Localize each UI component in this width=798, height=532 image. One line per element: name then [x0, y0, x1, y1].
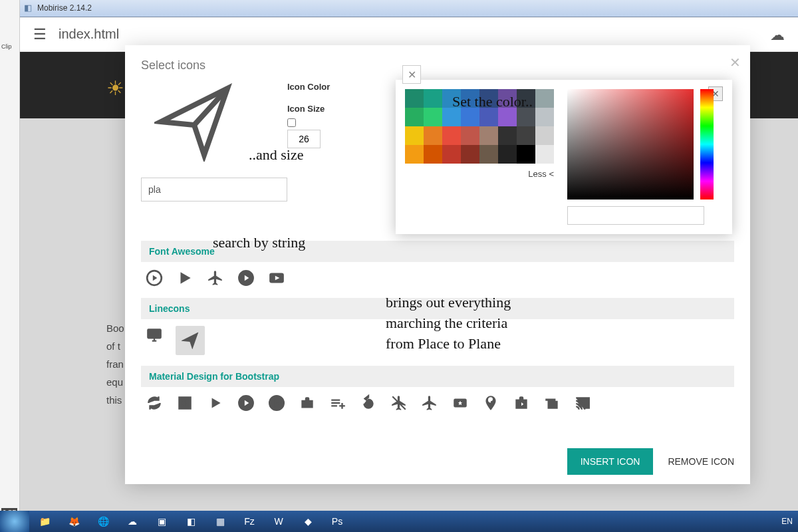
task-word-icon[interactable]: W: [265, 512, 293, 531]
taskbar-lang[interactable]: EN: [781, 517, 793, 526]
place-icon[interactable]: [481, 394, 500, 412]
shop-icon[interactable]: [512, 394, 531, 412]
display-icon[interactable]: [145, 326, 164, 344]
task-firefox-icon[interactable]: 🦊: [60, 512, 88, 531]
color-gradient[interactable]: [567, 89, 694, 200]
windows-taskbar[interactable]: 📁 🦊 🌐 ☁ ▣ ◧ ▦ Fz W ◆ Ps EN: [0, 511, 798, 532]
airplanemode-on-icon[interactable]: [420, 394, 439, 412]
swatch[interactable]: [424, 89, 442, 108]
search-input[interactable]: [141, 178, 287, 201]
task-app2-icon[interactable]: ▦: [206, 512, 234, 531]
swatch[interactable]: [424, 126, 442, 145]
shop-two-icon[interactable]: [543, 394, 561, 412]
icon-color-label: Icon Color: [287, 82, 330, 92]
clipboard-label: Clip: [1, 43, 12, 50]
swatch[interactable]: [517, 108, 535, 126]
set-mdb[interactable]: Material Design for Bootstrap: [141, 366, 734, 387]
icon-preview: [141, 82, 247, 162]
swatch[interactable]: [498, 126, 517, 145]
swatch[interactable]: [535, 145, 554, 164]
swatch[interactable]: [479, 126, 498, 145]
swatch[interactable]: [517, 145, 535, 164]
annotation-search: search by string: [213, 234, 305, 251]
swatch[interactable]: [424, 145, 442, 164]
swatch[interactable]: [442, 126, 461, 145]
playlist-add-icon[interactable]: [329, 394, 347, 412]
color-picker-popup: ✕ Less < ✕: [396, 80, 732, 234]
swatch[interactable]: [405, 145, 424, 164]
replay-icon[interactable]: [359, 394, 378, 412]
modal-title: Select icons: [141, 59, 734, 72]
annotation-and-size: ..and size: [249, 146, 303, 164]
sun-icon: ☀: [106, 76, 124, 100]
youtube-play-icon[interactable]: [267, 269, 286, 287]
cloud-upload-icon[interactable]: ☁: [770, 27, 785, 44]
svg-rect-3: [148, 329, 161, 338]
swatch[interactable]: [535, 108, 554, 126]
swatch[interactable]: [424, 108, 442, 126]
swatch[interactable]: [479, 108, 498, 126]
swatch[interactable]: [461, 108, 479, 126]
paperplane-icon[interactable]: [176, 326, 205, 355]
task-mobirise-icon[interactable]: ◧: [177, 512, 205, 531]
play-circle-filled-icon[interactable]: [237, 394, 255, 412]
close-icon[interactable]: ✕: [730, 55, 741, 70]
svg-point-5: [183, 401, 188, 406]
swatch[interactable]: [405, 89, 424, 108]
plane-icon[interactable]: [206, 269, 225, 287]
swatch[interactable]: [517, 126, 535, 145]
cast-icon[interactable]: [573, 394, 592, 412]
hamburger-icon[interactable]: ☰: [33, 26, 47, 43]
swatch[interactable]: [535, 89, 554, 108]
start-button[interactable]: [0, 511, 29, 532]
refresh-icon[interactable]: [145, 394, 164, 412]
brightness-icon[interactable]: [176, 394, 194, 412]
play-icon[interactable]: [176, 269, 194, 287]
play-circle-o-icon[interactable]: [145, 269, 164, 287]
size-input[interactable]: [287, 130, 321, 148]
insert-icon-button[interactable]: INSERT ICON: [567, 448, 654, 475]
swatch[interactable]: [461, 145, 479, 164]
annotation-criteria: brings out everything marching the crite…: [386, 293, 511, 354]
swatch[interactable]: [479, 145, 498, 164]
swatch[interactable]: [498, 145, 517, 164]
airplanemode-off-icon[interactable]: [390, 394, 408, 412]
swatch[interactable]: [535, 126, 554, 145]
window-title: Mobirise 2.14.2: [37, 3, 92, 13]
task-filezilla-icon[interactable]: Fz: [235, 512, 263, 531]
swatch[interactable]: [461, 126, 479, 145]
less-toggle[interactable]: Less <: [405, 169, 554, 179]
hex-input[interactable]: [567, 206, 704, 225]
swatch[interactable]: [405, 108, 424, 126]
play-arrow-icon[interactable]: [206, 394, 225, 412]
size-checkbox[interactable]: [287, 118, 296, 127]
icon-size-label: Icon Size: [287, 104, 330, 114]
local-play-icon[interactable]: [451, 394, 469, 412]
task-photoshop-icon[interactable]: Ps: [323, 512, 351, 531]
filename: index.html: [59, 27, 119, 42]
app-icon: ◧: [24, 3, 32, 13]
hue-slider[interactable]: [700, 89, 714, 200]
play-circle-outline-icon[interactable]: [267, 394, 286, 412]
swatch[interactable]: [498, 108, 517, 126]
work-icon[interactable]: [298, 394, 317, 412]
task-app3-icon[interactable]: ◆: [294, 512, 322, 531]
close-popup-icon[interactable]: ✕: [402, 65, 421, 84]
window-titlebar: ◧ Mobirise 2.14.2: [20, 0, 798, 17]
task-skype-icon[interactable]: ☁: [118, 512, 146, 531]
task-chrome-icon[interactable]: 🌐: [89, 512, 117, 531]
task-explorer-icon[interactable]: 📁: [31, 512, 59, 531]
play-circle-icon[interactable]: [237, 269, 255, 287]
remove-icon-button[interactable]: REMOVE ICON: [668, 456, 734, 467]
swatch[interactable]: [442, 145, 461, 164]
swatch[interactable]: [405, 126, 424, 145]
word-sidebar: Clip 2 OF: [0, 0, 20, 519]
annotation-set-color: Set the color..: [452, 93, 533, 110]
swatch[interactable]: [442, 108, 461, 126]
task-app1-icon[interactable]: ▣: [148, 512, 176, 531]
